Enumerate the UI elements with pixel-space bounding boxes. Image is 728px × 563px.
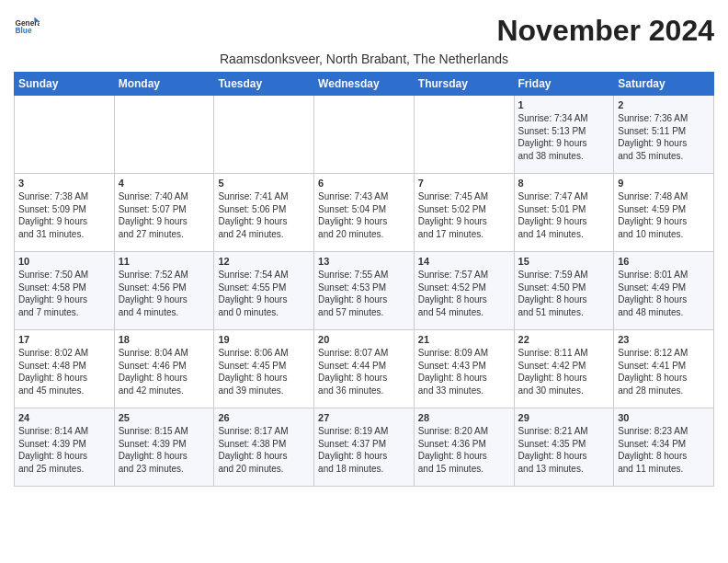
day-number: 7 bbox=[418, 178, 510, 189]
day-number: 24 bbox=[18, 412, 110, 423]
day-info: Sunrise: 8:01 AM Sunset: 4:49 PM Dayligh… bbox=[618, 269, 710, 318]
day-number: 30 bbox=[618, 412, 710, 423]
day-cell: 19Sunrise: 8:06 AM Sunset: 4:45 PM Dayli… bbox=[214, 330, 314, 408]
day-number: 12 bbox=[218, 256, 310, 267]
day-cell: 4Sunrise: 7:40 AM Sunset: 5:07 PM Daylig… bbox=[114, 174, 214, 252]
day-number: 5 bbox=[218, 178, 310, 189]
day-info: Sunrise: 7:41 AM Sunset: 5:06 PM Dayligh… bbox=[218, 190, 310, 240]
day-info: Sunrise: 8:23 AM Sunset: 4:34 PM Dayligh… bbox=[618, 425, 710, 475]
day-cell: 12Sunrise: 7:54 AM Sunset: 4:55 PM Dayli… bbox=[214, 252, 314, 330]
day-info: Sunrise: 7:43 AM Sunset: 5:04 PM Dayligh… bbox=[318, 190, 410, 240]
day-cell bbox=[114, 96, 214, 174]
day-number: 26 bbox=[218, 412, 310, 423]
day-info: Sunrise: 8:07 AM Sunset: 4:44 PM Dayligh… bbox=[318, 347, 410, 396]
day-cell: 1Sunrise: 7:34 AM Sunset: 5:13 PM Daylig… bbox=[514, 96, 614, 174]
day-cell: 27Sunrise: 8:19 AM Sunset: 4:37 PM Dayli… bbox=[314, 408, 415, 487]
day-cell: 16Sunrise: 8:01 AM Sunset: 4:49 PM Dayli… bbox=[614, 252, 714, 330]
day-number: 14 bbox=[418, 256, 510, 267]
day-info: Sunrise: 7:55 AM Sunset: 4:53 PM Dayligh… bbox=[318, 269, 410, 318]
day-cell: 8Sunrise: 7:47 AM Sunset: 5:01 PM Daylig… bbox=[514, 174, 614, 252]
week-row-1: 1Sunrise: 7:34 AM Sunset: 5:13 PM Daylig… bbox=[15, 96, 714, 174]
day-cell: 6Sunrise: 7:43 AM Sunset: 5:04 PM Daylig… bbox=[314, 174, 415, 252]
day-info: Sunrise: 8:14 AM Sunset: 4:39 PM Dayligh… bbox=[18, 425, 110, 475]
day-number: 27 bbox=[318, 412, 410, 423]
day-number: 8 bbox=[518, 178, 610, 189]
day-header-friday: Friday bbox=[514, 73, 614, 96]
day-info: Sunrise: 8:15 AM Sunset: 4:39 PM Dayligh… bbox=[119, 425, 210, 475]
day-number: 3 bbox=[18, 178, 110, 189]
day-number: 4 bbox=[119, 178, 210, 189]
day-number: 21 bbox=[418, 334, 510, 345]
month-title: November 2024 bbox=[496, 14, 714, 48]
days-header-row: SundayMondayTuesdayWednesdayThursdayFrid… bbox=[15, 73, 714, 96]
day-info: Sunrise: 8:12 AM Sunset: 4:41 PM Dayligh… bbox=[618, 347, 710, 396]
day-info: Sunrise: 7:40 AM Sunset: 5:07 PM Dayligh… bbox=[119, 190, 210, 240]
day-number: 28 bbox=[418, 412, 510, 423]
day-info: Sunrise: 7:59 AM Sunset: 4:50 PM Dayligh… bbox=[518, 269, 610, 318]
day-info: Sunrise: 8:21 AM Sunset: 4:35 PM Dayligh… bbox=[518, 425, 610, 475]
day-cell bbox=[214, 96, 314, 174]
day-cell: 11Sunrise: 7:52 AM Sunset: 4:56 PM Dayli… bbox=[114, 252, 214, 330]
day-number: 20 bbox=[318, 334, 410, 345]
day-number: 9 bbox=[618, 178, 710, 189]
day-cell: 20Sunrise: 8:07 AM Sunset: 4:44 PM Dayli… bbox=[314, 330, 415, 408]
day-cell: 22Sunrise: 8:11 AM Sunset: 4:42 PM Dayli… bbox=[514, 330, 614, 408]
day-cell: 9Sunrise: 7:48 AM Sunset: 4:59 PM Daylig… bbox=[614, 174, 714, 252]
day-header-wednesday: Wednesday bbox=[314, 73, 415, 96]
day-number: 29 bbox=[518, 412, 610, 423]
day-cell: 29Sunrise: 8:21 AM Sunset: 4:35 PM Dayli… bbox=[514, 408, 614, 487]
calendar-table: SundayMondayTuesdayWednesdayThursdayFrid… bbox=[14, 72, 714, 487]
day-header-thursday: Thursday bbox=[414, 73, 514, 96]
day-info: Sunrise: 8:09 AM Sunset: 4:43 PM Dayligh… bbox=[418, 347, 510, 396]
day-number: 16 bbox=[618, 256, 710, 267]
day-cell: 5Sunrise: 7:41 AM Sunset: 5:06 PM Daylig… bbox=[214, 174, 314, 252]
day-cell: 23Sunrise: 8:12 AM Sunset: 4:41 PM Dayli… bbox=[614, 330, 714, 408]
day-header-sunday: Sunday bbox=[15, 73, 115, 96]
logo: General Blue bbox=[14, 14, 40, 40]
day-info: Sunrise: 7:45 AM Sunset: 5:02 PM Dayligh… bbox=[418, 190, 510, 240]
day-number: 23 bbox=[618, 334, 710, 345]
day-number: 18 bbox=[119, 334, 210, 345]
week-row-5: 24Sunrise: 8:14 AM Sunset: 4:39 PM Dayli… bbox=[15, 408, 714, 487]
day-info: Sunrise: 7:54 AM Sunset: 4:55 PM Dayligh… bbox=[218, 269, 310, 318]
week-row-3: 10Sunrise: 7:50 AM Sunset: 4:58 PM Dayli… bbox=[15, 252, 714, 330]
day-cell: 26Sunrise: 8:17 AM Sunset: 4:38 PM Dayli… bbox=[214, 408, 314, 487]
day-cell: 17Sunrise: 8:02 AM Sunset: 4:48 PM Dayli… bbox=[15, 330, 115, 408]
day-info: Sunrise: 7:47 AM Sunset: 5:01 PM Dayligh… bbox=[518, 190, 610, 240]
day-info: Sunrise: 7:50 AM Sunset: 4:58 PM Dayligh… bbox=[18, 269, 110, 318]
header-section: General Blue November 2024 bbox=[14, 14, 714, 48]
day-info: Sunrise: 8:11 AM Sunset: 4:42 PM Dayligh… bbox=[518, 347, 610, 396]
day-cell: 21Sunrise: 8:09 AM Sunset: 4:43 PM Dayli… bbox=[414, 330, 514, 408]
day-header-monday: Monday bbox=[114, 73, 214, 96]
day-cell: 15Sunrise: 7:59 AM Sunset: 4:50 PM Dayli… bbox=[514, 252, 614, 330]
day-cell: 2Sunrise: 7:36 AM Sunset: 5:11 PM Daylig… bbox=[614, 96, 714, 174]
day-cell: 3Sunrise: 7:38 AM Sunset: 5:09 PM Daylig… bbox=[15, 174, 115, 252]
day-info: Sunrise: 7:48 AM Sunset: 4:59 PM Dayligh… bbox=[618, 190, 710, 240]
day-number: 11 bbox=[119, 256, 210, 267]
day-number: 13 bbox=[318, 256, 410, 267]
logo-icon: General Blue bbox=[14, 14, 40, 40]
day-cell: 14Sunrise: 7:57 AM Sunset: 4:52 PM Dayli… bbox=[414, 252, 514, 330]
day-number: 1 bbox=[518, 99, 610, 110]
day-cell bbox=[414, 96, 514, 174]
day-cell: 24Sunrise: 8:14 AM Sunset: 4:39 PM Dayli… bbox=[15, 408, 115, 487]
day-cell: 25Sunrise: 8:15 AM Sunset: 4:39 PM Dayli… bbox=[114, 408, 214, 487]
week-row-4: 17Sunrise: 8:02 AM Sunset: 4:48 PM Dayli… bbox=[15, 330, 714, 408]
day-cell: 13Sunrise: 7:55 AM Sunset: 4:53 PM Dayli… bbox=[314, 252, 415, 330]
day-number: 2 bbox=[618, 99, 710, 110]
day-info: Sunrise: 8:02 AM Sunset: 4:48 PM Dayligh… bbox=[18, 347, 110, 396]
day-cell: 18Sunrise: 8:04 AM Sunset: 4:46 PM Dayli… bbox=[114, 330, 214, 408]
day-header-tuesday: Tuesday bbox=[214, 73, 314, 96]
day-cell: 30Sunrise: 8:23 AM Sunset: 4:34 PM Dayli… bbox=[614, 408, 714, 487]
day-number: 25 bbox=[119, 412, 210, 423]
day-number: 22 bbox=[518, 334, 610, 345]
day-number: 10 bbox=[18, 256, 110, 267]
week-row-2: 3Sunrise: 7:38 AM Sunset: 5:09 PM Daylig… bbox=[15, 174, 714, 252]
day-info: Sunrise: 8:20 AM Sunset: 4:36 PM Dayligh… bbox=[418, 425, 510, 475]
svg-text:Blue: Blue bbox=[15, 26, 31, 35]
day-cell bbox=[314, 96, 415, 174]
day-cell: 7Sunrise: 7:45 AM Sunset: 5:02 PM Daylig… bbox=[414, 174, 514, 252]
day-info: Sunrise: 7:52 AM Sunset: 4:56 PM Dayligh… bbox=[119, 269, 210, 318]
subtitle: Raamsdonksveer, North Brabant, The Nethe… bbox=[14, 52, 714, 66]
day-header-saturday: Saturday bbox=[614, 73, 714, 96]
